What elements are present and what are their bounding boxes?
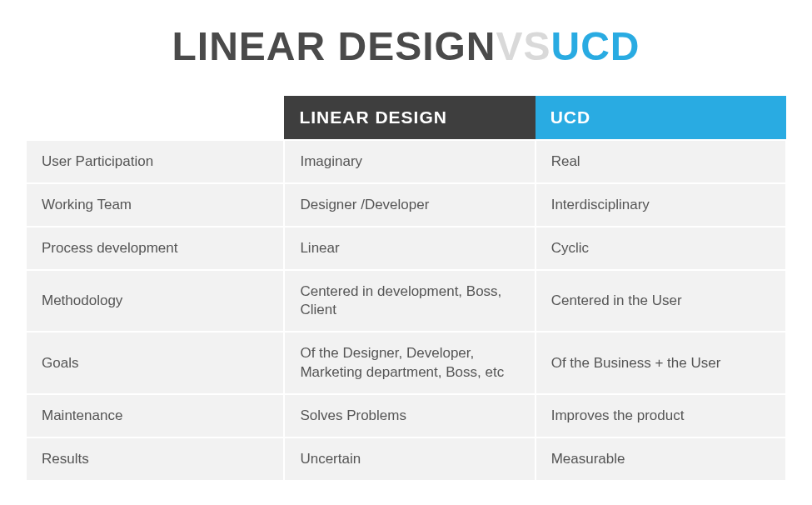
header-linear-design: LINEAR DESIGN	[284, 96, 535, 140]
table-row: User Participation Imaginary Real	[26, 140, 786, 183]
table-row: Methodology Centered in development, Bos…	[26, 270, 786, 332]
row-col2: Interdisciplinary	[536, 183, 786, 227]
table-row: Working Team Designer /Developer Interdi…	[26, 183, 786, 227]
comparison-table: LINEAR DESIGN UCD User Participation Ima…	[25, 96, 787, 482]
page-title: LINEAR DESIGNVSUCD	[25, 23, 787, 69]
row-label: Maintenance	[26, 394, 284, 438]
row-label: Working Team	[26, 183, 284, 227]
row-col2: Centered in the User	[536, 270, 786, 332]
table-row: Process development Linear Cyclic	[26, 227, 786, 270]
title-part2: UCD	[551, 24, 640, 68]
row-col2: Improves the product	[536, 394, 786, 438]
row-col1: Of the Designer, Developer, Marketing de…	[284, 332, 535, 393]
row-col2: Measurable	[536, 438, 786, 481]
header-ucd: UCD	[536, 96, 786, 140]
row-col1: Linear	[284, 227, 535, 270]
row-col2: Cyclic	[536, 227, 786, 270]
row-label: User Participation	[26, 140, 284, 183]
title-vs: VS	[496, 24, 551, 68]
table-row: Maintenance Solves Problems Improves the…	[26, 394, 786, 438]
table-header-row: LINEAR DESIGN UCD	[26, 96, 786, 140]
row-col1: Imaginary	[284, 140, 535, 183]
row-col2: Of the Business + the User	[536, 332, 786, 393]
table-row: Results Uncertain Measurable	[26, 438, 786, 481]
row-label: Methodology	[26, 270, 284, 332]
row-label: Process development	[26, 227, 284, 270]
row-col1: Designer /Developer	[284, 183, 535, 227]
row-col1: Solves Problems	[284, 394, 535, 438]
row-label: Goals	[26, 332, 284, 393]
row-col1: Centered in development, Boss, Client	[284, 270, 535, 332]
title-part1: LINEAR DESIGN	[172, 24, 496, 68]
table-row: Goals Of the Designer, Developer, Market…	[26, 332, 786, 393]
row-col1: Uncertain	[284, 438, 535, 481]
row-col2: Real	[536, 140, 786, 183]
header-empty	[26, 96, 284, 140]
row-label: Results	[26, 438, 284, 481]
